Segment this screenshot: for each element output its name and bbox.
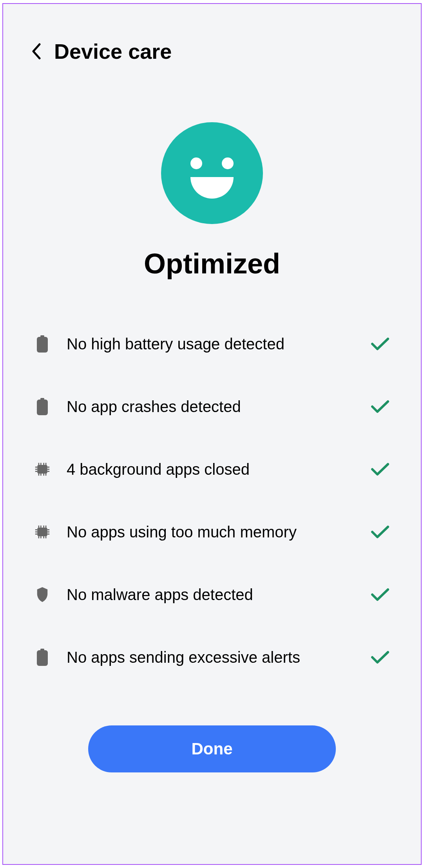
list-item-label: No high battery usage detected [67, 335, 354, 353]
list-item: No app crashes detected [34, 397, 390, 416]
shield-icon [34, 585, 50, 604]
smiley-face-icon [161, 122, 263, 224]
page-title: Device care [54, 39, 172, 63]
svg-rect-4 [37, 465, 47, 474]
done-button[interactable]: Done [88, 725, 336, 772]
check-icon [371, 588, 390, 601]
check-icon [371, 651, 390, 664]
check-icon [371, 337, 390, 351]
list-item-label: 4 background apps closed [67, 461, 354, 478]
list-item: 4 background apps closed [34, 460, 390, 479]
svg-rect-35 [37, 650, 48, 666]
device-care-page: Device care Optimized No high battery us… [2, 3, 422, 865]
list-item-label: No apps using too much memory [67, 523, 354, 541]
list-item: No malware apps detected [34, 585, 390, 604]
list-item: No apps using too much memory [34, 523, 390, 541]
status-title: Optimized [31, 248, 393, 280]
status-illustration [31, 122, 393, 224]
chip-icon [34, 460, 50, 479]
battery-icon [34, 335, 50, 353]
check-icon [371, 525, 390, 539]
list-item-label: No app crashes detected [67, 398, 354, 416]
list-item-label: No malware apps detected [67, 586, 354, 604]
results-list: No high battery usage detected No app cr… [31, 335, 393, 667]
list-item: No apps sending excessive alerts [34, 648, 390, 667]
chip-icon [34, 523, 50, 541]
battery-icon [34, 648, 50, 667]
list-item-label: No apps sending excessive alerts [67, 649, 354, 666]
footer: Done [31, 725, 393, 772]
svg-rect-3 [37, 400, 48, 415]
back-icon[interactable] [31, 42, 42, 61]
svg-rect-19 [37, 528, 47, 536]
check-icon [371, 463, 390, 476]
header: Device care [31, 39, 393, 63]
battery-icon [34, 397, 50, 416]
list-item: No high battery usage detected [34, 335, 390, 353]
svg-rect-1 [37, 337, 48, 353]
check-icon [371, 400, 390, 413]
